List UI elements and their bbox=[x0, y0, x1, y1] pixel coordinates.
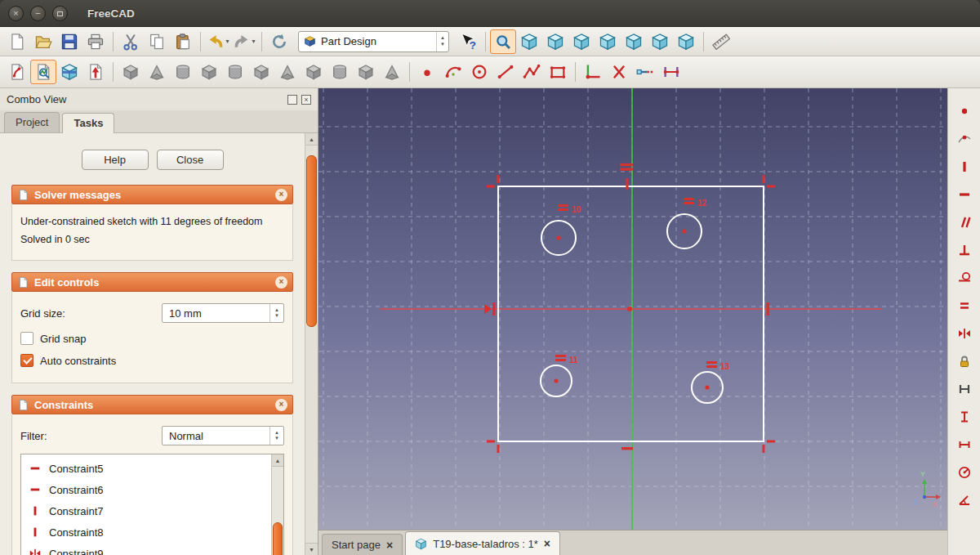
create-rectangle-button[interactable] bbox=[545, 60, 571, 84]
create-point-button[interactable] bbox=[414, 60, 440, 84]
view-sketch-button[interactable] bbox=[30, 60, 56, 84]
symmetric-constraint-button[interactable] bbox=[954, 324, 975, 343]
tab-tasks[interactable]: Tasks bbox=[62, 113, 114, 133]
parallel-constraint-button[interactable] bbox=[954, 213, 975, 232]
scroll-up-icon[interactable]: ▲ bbox=[305, 133, 318, 145]
angle-constraint-icon bbox=[957, 493, 972, 508]
close-tab-icon[interactable]: × bbox=[544, 538, 550, 549]
tab-project[interactable]: Project bbox=[4, 112, 60, 132]
viewport-canvas[interactable]: 10 12 11 13 Y X Z bbox=[318, 88, 947, 530]
horizontal-constraint-button[interactable] bbox=[954, 185, 975, 204]
refresh-button[interactable] bbox=[266, 29, 292, 54]
print-button[interactable] bbox=[82, 29, 109, 54]
window-close-button[interactable]: × bbox=[8, 6, 24, 21]
construction-geometry-button[interactable] bbox=[580, 60, 606, 84]
coincident-constraint-button[interactable] bbox=[954, 101, 975, 121]
open-document-button[interactable] bbox=[30, 29, 56, 54]
external-geometry-button[interactable] bbox=[658, 60, 684, 84]
copy-button[interactable] bbox=[144, 29, 170, 54]
create-line-button[interactable] bbox=[492, 60, 519, 84]
solver-time: Solved in 0 sec bbox=[20, 234, 284, 245]
rear-view-button[interactable] bbox=[621, 29, 647, 54]
block-constraint-button[interactable] bbox=[954, 379, 975, 399]
z-axis-label: Z bbox=[914, 498, 919, 506]
save-button[interactable] bbox=[56, 29, 82, 54]
equal-constraint-button[interactable] bbox=[954, 296, 975, 316]
fit-all-button[interactable] bbox=[490, 29, 516, 54]
panel-float-icon[interactable] bbox=[287, 95, 297, 105]
list-scrollbar-thumb[interactable] bbox=[273, 522, 283, 555]
tangent-constraint-button[interactable] bbox=[954, 268, 975, 288]
point-on-object-button[interactable] bbox=[954, 129, 975, 149]
scroll-up-icon[interactable]: ▲ bbox=[272, 454, 283, 467]
redo-button[interactable]: ▾ bbox=[231, 29, 257, 54]
spinner-arrows-icon[interactable]: ▲▼ bbox=[270, 304, 283, 322]
constraint-label: Constraint9 bbox=[49, 548, 103, 555]
chevron-down-icon: ▾ bbox=[225, 38, 229, 45]
new-document-button[interactable] bbox=[4, 29, 30, 54]
list-item[interactable]: Constraint6 bbox=[21, 479, 271, 500]
left-view-button[interactable] bbox=[673, 29, 699, 54]
list-item[interactable]: Constraint9 bbox=[21, 543, 271, 555]
vertical-constraint-button[interactable] bbox=[954, 157, 975, 177]
list-item[interactable]: Constraint7 bbox=[21, 500, 271, 521]
close-button[interactable]: Close bbox=[157, 150, 224, 170]
constraints-header[interactable]: Constraints × bbox=[11, 395, 293, 414]
undo-button[interactable]: ▾ bbox=[205, 29, 231, 54]
bottom-view-button[interactable] bbox=[647, 29, 673, 54]
scroll-down-icon[interactable]: ▼ bbox=[305, 543, 318, 555]
filter-dropdown[interactable]: Normal ▲▼ bbox=[162, 426, 284, 445]
window-maximize-button[interactable] bbox=[52, 6, 68, 21]
solver-messages-header[interactable]: Solver messages × bbox=[11, 185, 293, 204]
collapse-section-icon[interactable]: × bbox=[275, 189, 287, 201]
auto-constraints-checkbox[interactable] bbox=[20, 354, 33, 367]
list-item[interactable]: Constraint8 bbox=[21, 521, 271, 543]
edit-sketch-button[interactable] bbox=[4, 60, 30, 84]
leave-sketch-button[interactable] bbox=[82, 60, 109, 84]
panel-scrollbar-thumb[interactable] bbox=[306, 155, 317, 327]
radius-constraint-button[interactable] bbox=[954, 463, 975, 482]
pocket-button bbox=[144, 60, 170, 84]
perpendicular-constraint-button[interactable] bbox=[954, 240, 975, 260]
create-arc-button[interactable] bbox=[440, 60, 466, 84]
cut-button[interactable] bbox=[118, 29, 144, 54]
tab-start-page[interactable]: Start page × bbox=[322, 534, 403, 555]
main-toolbar: ▾ ▾ Part Design ▲▼ bbox=[0, 27, 980, 56]
help-button[interactable]: Help bbox=[82, 150, 149, 170]
list-scrollbar[interactable]: ▲ ▼ bbox=[271, 454, 283, 555]
lock-constraint-button[interactable] bbox=[954, 351, 975, 371]
workbench-selector[interactable]: Part Design ▲▼ bbox=[298, 31, 449, 52]
collapse-section-icon[interactable]: × bbox=[275, 276, 287, 289]
titlebar: × − FreeCAD bbox=[0, 0, 980, 27]
axonometric-view-button[interactable] bbox=[516, 29, 542, 54]
edit-controls-header[interactable]: Edit controls × bbox=[11, 272, 293, 292]
3d-viewport[interactable]: 10 12 11 13 Y X Z bbox=[318, 88, 947, 530]
paste-button[interactable] bbox=[170, 29, 196, 54]
close-tab-icon[interactable]: × bbox=[386, 539, 393, 551]
combo-view-header: Combo View × bbox=[0, 88, 318, 110]
front-view-button[interactable] bbox=[542, 29, 568, 54]
grid-snap-checkbox[interactable] bbox=[20, 332, 33, 345]
extend-edge-button[interactable] bbox=[632, 60, 658, 84]
tab-label: Start page bbox=[332, 539, 381, 551]
window-minimize-button[interactable]: − bbox=[30, 6, 46, 21]
create-polyline-button[interactable] bbox=[519, 60, 545, 84]
grid-size-stepper[interactable]: 10 mm ▲▼ bbox=[162, 303, 284, 323]
measure-distance-button[interactable] bbox=[708, 29, 734, 54]
view-section-button[interactable] bbox=[56, 60, 82, 84]
list-item[interactable]: Constraint5 bbox=[21, 458, 271, 479]
create-circle-button[interactable] bbox=[466, 60, 492, 84]
vertical-distance-button[interactable] bbox=[954, 407, 975, 427]
spinner-arrows-icon[interactable]: ▲▼ bbox=[270, 427, 283, 445]
tab-document[interactable]: T19-base-taladros : 1* × bbox=[405, 531, 560, 555]
whats-this-button[interactable] bbox=[455, 29, 481, 54]
horizontal-distance-button[interactable] bbox=[954, 435, 975, 454]
panel-scrollbar[interactable]: ▲ ▼ bbox=[305, 133, 318, 555]
collapse-section-icon[interactable]: × bbox=[275, 399, 287, 411]
panel-close-icon[interactable]: × bbox=[301, 95, 311, 105]
right-view-button[interactable] bbox=[595, 29, 621, 54]
trim-edge-button[interactable] bbox=[606, 60, 632, 84]
additive-loft-button bbox=[222, 60, 248, 84]
top-view-button[interactable] bbox=[568, 29, 595, 54]
angle-constraint-button[interactable] bbox=[954, 490, 975, 510]
